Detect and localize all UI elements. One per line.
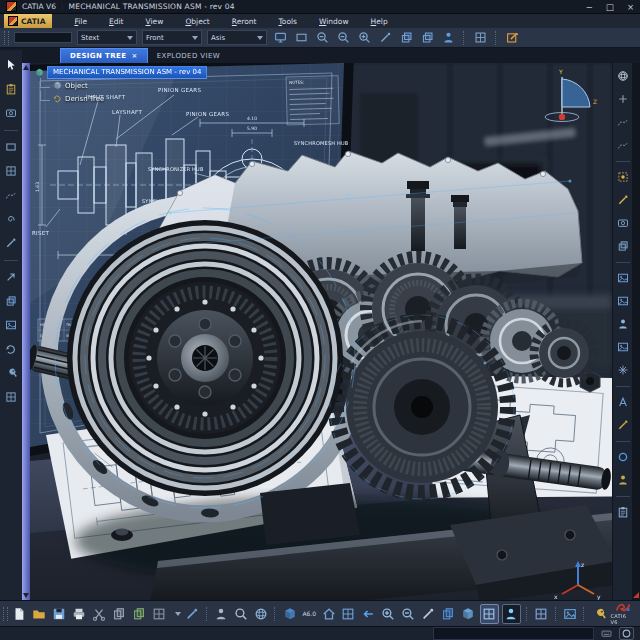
layers-button[interactable] <box>398 30 414 46</box>
isolate-person-button[interactable] <box>502 604 521 624</box>
brand-badge[interactable]: CATIA <box>4 14 52 28</box>
pen-tool-icon[interactable] <box>5 234 17 253</box>
layers-2-button[interactable] <box>419 30 435 46</box>
toolbar-grip[interactable] <box>4 31 9 45</box>
spline-dashed-icon[interactable] <box>617 113 629 132</box>
command-input[interactable] <box>433 627 594 640</box>
style-combo[interactable]: Stext <box>77 30 137 45</box>
maximize-button[interactable]: □ <box>606 0 614 14</box>
inspect-button[interactable] <box>233 605 250 623</box>
tree-derisn-row[interactable]: Derisn Tree <box>35 92 207 105</box>
menu-tools[interactable]: Tools <box>279 17 297 26</box>
selection-box-icon[interactable] <box>5 138 17 157</box>
solid-cube-button[interactable] <box>460 605 477 623</box>
settings-wrench-icon[interactable] <box>5 364 17 383</box>
export-edit-button[interactable] <box>504 30 520 46</box>
3d-viewport[interactable]: INPUT SHAFT LAYSHAFT PINION GEARS PINION… <box>30 63 612 600</box>
text-style-button[interactable] <box>151 605 168 623</box>
print-button[interactable] <box>71 605 88 623</box>
grid-tool-icon[interactable] <box>5 162 17 181</box>
menu-view[interactable]: View <box>146 17 164 26</box>
menu-reront[interactable]: Reront <box>232 17 257 26</box>
table-grid-button[interactable] <box>340 605 357 623</box>
render-sphere-icon[interactable] <box>617 67 629 86</box>
zoom-in-button[interactable] <box>356 30 372 46</box>
tab-exploded-view[interactable]: EXPLODED VIEW <box>148 49 229 63</box>
render-image-icon[interactable] <box>5 316 17 335</box>
zoom-out-button[interactable] <box>400 605 417 623</box>
save-button[interactable] <box>51 605 68 623</box>
resize-corner-icon[interactable] <box>633 592 639 598</box>
clipboard-icon[interactable] <box>5 80 17 99</box>
lambda-icon[interactable] <box>617 393 629 412</box>
scroll-up-icon[interactable] <box>23 65 29 70</box>
record-circle-icon[interactable] <box>619 627 634 640</box>
tab-design-tree[interactable]: DESIGN TREE× <box>60 48 148 63</box>
keyboard-icon[interactable] <box>600 628 613 639</box>
tab-close-icon[interactable]: × <box>131 52 137 60</box>
scene-image-icon[interactable] <box>617 338 629 357</box>
zoom-in-button[interactable] <box>380 605 397 623</box>
spiral-tool-icon[interactable] <box>5 210 17 229</box>
tools-wrench-button[interactable] <box>590 605 607 623</box>
tree-root-row[interactable]: MECHANICAL TRANSMISSION ASM - rev 04 <box>35 66 207 79</box>
duplicate-cube-button[interactable] <box>440 605 457 623</box>
left-scrollbar[interactable] <box>22 63 30 600</box>
add-plus-icon[interactable] <box>617 90 629 109</box>
display-button[interactable] <box>272 30 288 46</box>
cut-button[interactable] <box>91 605 108 623</box>
layer-stack-icon[interactable] <box>617 237 629 256</box>
chevron-down-icon[interactable] <box>175 612 181 616</box>
menu-window[interactable]: Window <box>319 17 349 26</box>
material-paint-icon[interactable] <box>617 191 629 210</box>
tree-object-row[interactable]: Object <box>35 79 207 92</box>
menu-file[interactable]: File <box>74 17 87 26</box>
globe-button[interactable] <box>252 605 269 623</box>
home-view-button[interactable] <box>320 605 337 623</box>
photo-2-icon[interactable] <box>617 292 629 311</box>
new-document-button[interactable] <box>11 605 28 623</box>
measure-pen-button[interactable] <box>377 30 393 46</box>
menu-help[interactable]: Help <box>371 17 388 26</box>
stamp-clipboard-icon[interactable] <box>617 503 629 522</box>
annotate-pen-icon[interactable] <box>617 416 629 435</box>
menu-edit[interactable]: Edit <box>109 17 124 26</box>
walk-person-button[interactable] <box>440 30 456 46</box>
plumb-tool-button[interactable] <box>420 605 437 623</box>
spline-tool-icon[interactable] <box>5 186 17 205</box>
avatar-person-icon[interactable] <box>617 315 629 334</box>
rotate-view-icon[interactable] <box>5 340 17 359</box>
active-view-button[interactable] <box>480 604 499 624</box>
close-button[interactable]: × <box>627 0 634 14</box>
feather-pen-button[interactable] <box>184 605 201 623</box>
minimize-button[interactable]: − <box>586 0 593 14</box>
axis-combo[interactable]: Asis <box>207 30 267 45</box>
paste-button[interactable] <box>131 605 148 623</box>
layers-stack-icon[interactable] <box>5 292 17 311</box>
scroll-down-icon[interactable] <box>23 593 29 598</box>
zoom-out-2-button[interactable] <box>335 30 351 46</box>
toolbar-grip[interactable] <box>3 607 8 621</box>
spline-dashed-2-icon[interactable] <box>617 136 629 155</box>
view-combo[interactable]: Front <box>142 30 202 45</box>
render-scene[interactable]: INPUT SHAFT LAYSHAFT PINION GEARS PINION… <box>30 63 612 600</box>
ambient-light-icon[interactable] <box>617 168 629 187</box>
screen-capture-icon[interactable] <box>617 214 629 233</box>
open-folder-button[interactable] <box>31 605 48 623</box>
camera-view-icon[interactable] <box>5 104 17 123</box>
copy-button[interactable] <box>111 605 128 623</box>
record-ring-icon[interactable] <box>617 448 629 467</box>
menu-object[interactable]: Object <box>185 17 209 26</box>
zoom-out-button[interactable] <box>314 30 330 46</box>
sparkle-icon[interactable] <box>617 361 629 380</box>
render-preview-button[interactable] <box>562 605 579 623</box>
quick-input[interactable] <box>14 32 72 43</box>
mannequin-button[interactable] <box>213 605 230 623</box>
back-arrow-button[interactable] <box>360 605 377 623</box>
selection-frame-button[interactable] <box>293 30 309 46</box>
pattern-grid-icon[interactable] <box>5 388 17 407</box>
window-layout-button[interactable] <box>533 605 550 623</box>
part-cube-button[interactable] <box>281 605 298 623</box>
select-cursor-icon[interactable] <box>5 56 17 75</box>
move-arrow-icon[interactable] <box>5 268 17 287</box>
